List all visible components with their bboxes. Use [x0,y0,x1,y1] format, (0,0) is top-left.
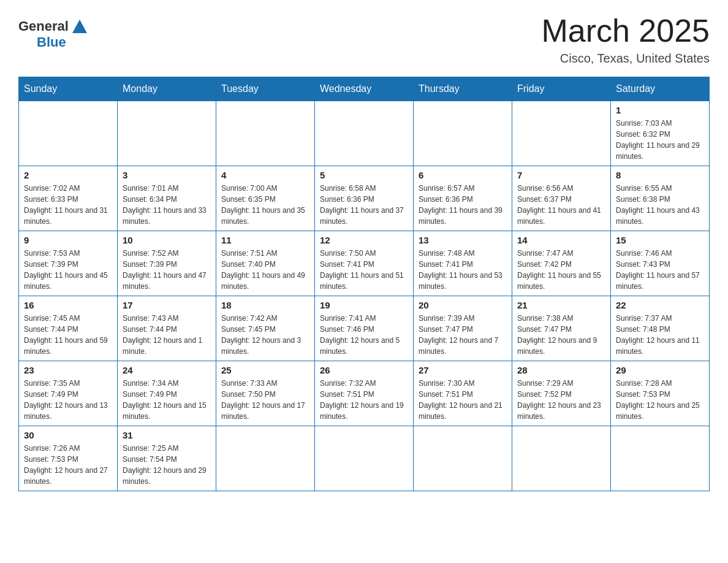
day-number: 10 [123,235,211,245]
calendar-cell: 19Sunrise: 7:41 AM Sunset: 7:46 PM Dayli… [315,296,414,361]
day-info: Sunrise: 6:56 AM Sunset: 6:37 PM Dayligh… [517,183,605,227]
calendar-cell [216,426,315,491]
calendar-cell [611,426,710,491]
weekday-friday: Friday [512,77,611,101]
day-info: Sunrise: 7:38 AM Sunset: 7:47 PM Dayligh… [517,313,605,357]
day-number: 31 [123,430,211,440]
day-info: Sunrise: 7:33 AM Sunset: 7:50 PM Dayligh… [221,378,309,422]
calendar-cell: 2Sunrise: 7:02 AM Sunset: 6:33 PM Daylig… [19,166,118,231]
calendar-cell: 27Sunrise: 7:30 AM Sunset: 7:51 PM Dayli… [414,361,512,426]
weekday-monday: Monday [118,77,216,101]
calendar-header: SundayMondayTuesdayWednesdayThursdayFrid… [19,77,710,101]
calendar-cell: 30Sunrise: 7:26 AM Sunset: 7:53 PM Dayli… [19,426,118,491]
calendar-cell: 8Sunrise: 6:55 AM Sunset: 6:38 PM Daylig… [611,166,710,231]
day-info: Sunrise: 7:50 AM Sunset: 7:41 PM Dayligh… [320,248,408,292]
week-row-2: 9Sunrise: 7:53 AM Sunset: 7:39 PM Daylig… [19,231,710,296]
calendar-cell: 4Sunrise: 7:00 AM Sunset: 6:35 PM Daylig… [216,166,315,231]
week-row-4: 23Sunrise: 7:35 AM Sunset: 7:49 PM Dayli… [19,361,710,426]
calendar-cell: 25Sunrise: 7:33 AM Sunset: 7:50 PM Dayli… [216,361,315,426]
day-info: Sunrise: 7:43 AM Sunset: 7:44 PM Dayligh… [123,313,211,357]
day-info: Sunrise: 7:29 AM Sunset: 7:52 PM Dayligh… [517,378,605,422]
calendar-cell: 16Sunrise: 7:45 AM Sunset: 7:44 PM Dayli… [19,296,118,361]
day-number: 7 [517,170,605,180]
day-info: Sunrise: 7:42 AM Sunset: 7:45 PM Dayligh… [221,313,309,357]
day-info: Sunrise: 7:35 AM Sunset: 7:49 PM Dayligh… [24,378,112,422]
day-info: Sunrise: 7:34 AM Sunset: 7:49 PM Dayligh… [123,378,211,422]
calendar-cell: 24Sunrise: 7:34 AM Sunset: 7:49 PM Dayli… [118,361,216,426]
day-number: 6 [419,170,507,180]
calendar-cell: 9Sunrise: 7:53 AM Sunset: 7:39 PM Daylig… [19,231,118,296]
day-number: 18 [221,300,309,310]
day-info: Sunrise: 7:51 AM Sunset: 7:40 PM Dayligh… [221,248,309,292]
calendar-cell: 29Sunrise: 7:28 AM Sunset: 7:53 PM Dayli… [611,361,710,426]
calendar-cell: 28Sunrise: 7:29 AM Sunset: 7:52 PM Dayli… [512,361,611,426]
calendar-cell [315,101,414,166]
day-info: Sunrise: 7:37 AM Sunset: 7:48 PM Dayligh… [616,313,704,357]
week-row-1: 2Sunrise: 7:02 AM Sunset: 6:33 PM Daylig… [19,166,710,231]
day-number: 11 [221,235,309,245]
calendar-cell [512,426,611,491]
calendar-cell: 1Sunrise: 7:03 AM Sunset: 6:32 PM Daylig… [611,101,710,166]
day-number: 27 [419,365,507,375]
day-info: Sunrise: 7:03 AM Sunset: 6:32 PM Dayligh… [616,118,704,162]
calendar-cell: 18Sunrise: 7:42 AM Sunset: 7:45 PM Dayli… [216,296,315,361]
week-row-3: 16Sunrise: 7:45 AM Sunset: 7:44 PM Dayli… [19,296,710,361]
calendar-cell [414,426,512,491]
day-info: Sunrise: 7:52 AM Sunset: 7:39 PM Dayligh… [123,248,211,292]
day-info: Sunrise: 6:55 AM Sunset: 6:38 PM Dayligh… [616,183,704,227]
day-number: 17 [123,300,211,310]
day-number: 30 [24,430,112,440]
calendar-cell: 26Sunrise: 7:32 AM Sunset: 7:51 PM Dayli… [315,361,414,426]
day-info: Sunrise: 7:47 AM Sunset: 7:42 PM Dayligh… [517,248,605,292]
logo-blue-text: Blue [37,34,66,50]
day-info: Sunrise: 6:57 AM Sunset: 6:36 PM Dayligh… [419,183,507,227]
day-number: 1 [616,105,704,115]
weekday-saturday: Saturday [611,77,710,101]
calendar-title: March 2025 [541,12,710,49]
weekday-header-row: SundayMondayTuesdayWednesdayThursdayFrid… [19,77,710,101]
day-info: Sunrise: 7:01 AM Sunset: 6:34 PM Dayligh… [123,183,211,227]
calendar-cell: 7Sunrise: 6:56 AM Sunset: 6:37 PM Daylig… [512,166,611,231]
day-number: 28 [517,365,605,375]
day-info: Sunrise: 7:53 AM Sunset: 7:39 PM Dayligh… [24,248,112,292]
day-info: Sunrise: 7:30 AM Sunset: 7:51 PM Dayligh… [419,378,507,422]
logo-triangle-icon [72,20,87,33]
calendar-cell [315,426,414,491]
calendar-cell: 17Sunrise: 7:43 AM Sunset: 7:44 PM Dayli… [118,296,216,361]
calendar-cell: 6Sunrise: 6:57 AM Sunset: 6:36 PM Daylig… [414,166,512,231]
day-number: 12 [320,235,408,245]
calendar-cell: 22Sunrise: 7:37 AM Sunset: 7:48 PM Dayli… [611,296,710,361]
day-number: 15 [616,235,704,245]
day-info: Sunrise: 7:26 AM Sunset: 7:53 PM Dayligh… [24,443,112,487]
calendar-cell: 3Sunrise: 7:01 AM Sunset: 6:34 PM Daylig… [118,166,216,231]
week-row-5: 30Sunrise: 7:26 AM Sunset: 7:53 PM Dayli… [19,426,710,491]
calendar-body: 1Sunrise: 7:03 AM Sunset: 6:32 PM Daylig… [19,101,710,491]
calendar-cell [118,101,216,166]
calendar-table: SundayMondayTuesdayWednesdayThursdayFrid… [18,77,710,491]
calendar-subtitle: Cisco, Texas, United States [541,52,710,66]
header: General Blue March 2025 Cisco, Texas, Un… [18,12,710,66]
day-number: 13 [419,235,507,245]
logo: General Blue [18,18,87,50]
day-number: 3 [123,170,211,180]
calendar-cell: 20Sunrise: 7:39 AM Sunset: 7:47 PM Dayli… [414,296,512,361]
calendar-cell: 10Sunrise: 7:52 AM Sunset: 7:39 PM Dayli… [118,231,216,296]
calendar-cell: 31Sunrise: 7:25 AM Sunset: 7:54 PM Dayli… [118,426,216,491]
calendar-cell [19,101,118,166]
weekday-wednesday: Wednesday [315,77,414,101]
calendar-cell: 12Sunrise: 7:50 AM Sunset: 7:41 PM Dayli… [315,231,414,296]
day-number: 26 [320,365,408,375]
day-info: Sunrise: 7:45 AM Sunset: 7:44 PM Dayligh… [24,313,112,357]
calendar-cell: 23Sunrise: 7:35 AM Sunset: 7:49 PM Dayli… [19,361,118,426]
day-number: 16 [24,300,112,310]
weekday-thursday: Thursday [414,77,512,101]
day-info: Sunrise: 7:41 AM Sunset: 7:46 PM Dayligh… [320,313,408,357]
day-number: 8 [616,170,704,180]
calendar-cell: 14Sunrise: 7:47 AM Sunset: 7:42 PM Dayli… [512,231,611,296]
day-number: 24 [123,365,211,375]
calendar-cell: 11Sunrise: 7:51 AM Sunset: 7:40 PM Dayli… [216,231,315,296]
day-number: 5 [320,170,408,180]
calendar-cell [512,101,611,166]
day-number: 4 [221,170,309,180]
day-number: 2 [24,170,112,180]
